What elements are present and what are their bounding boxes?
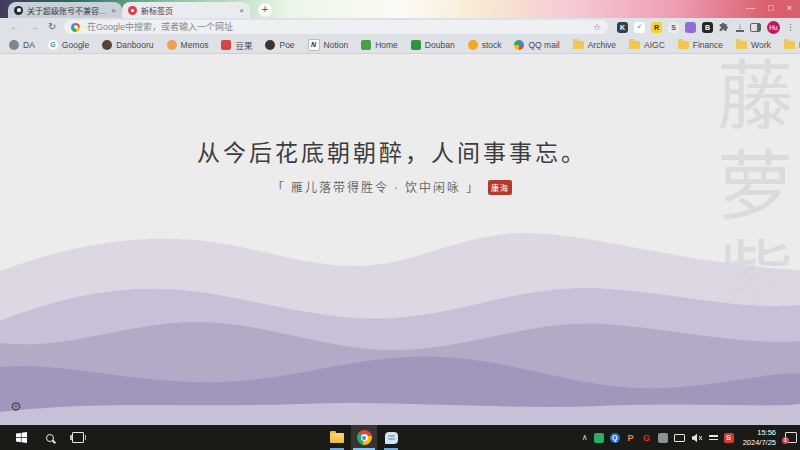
bookmark-item[interactable]: QQ mail	[514, 40, 559, 50]
douguo-icon	[221, 40, 231, 50]
back-icon[interactable]: ←	[10, 21, 20, 33]
sogou-tray-icon[interactable]: S	[724, 433, 734, 443]
bookmark-item[interactable]: DA	[9, 40, 35, 50]
google-logo-icon	[71, 23, 80, 32]
side-panel-icon[interactable]	[750, 23, 761, 32]
misc-tray-icon[interactable]	[658, 433, 668, 443]
screen: — □ × 关于超级账号不兼容问题 | (阿里云·水) × 新标签页 × + ←…	[0, 0, 800, 450]
home-icon	[361, 40, 371, 50]
potplayer-tray-icon[interactable]: P	[626, 433, 636, 443]
volume-muted-icon[interactable]	[691, 433, 703, 443]
globe-icon	[9, 40, 19, 50]
tab-new-tab[interactable]: 新标签页 ×	[122, 2, 250, 18]
task-view-icon	[72, 432, 84, 443]
reload-icon[interactable]: ↻	[48, 21, 56, 33]
extension-icon[interactable]: ✓	[634, 22, 645, 33]
danbooru-icon	[102, 40, 112, 50]
bookmark-folder[interactable]: AIGC	[629, 40, 665, 50]
time-text: 15:56	[757, 428, 776, 438]
bookmark-folder[interactable]: Finance	[678, 40, 723, 50]
bookmark-item[interactable]: Home	[361, 40, 398, 50]
bookmark-folder[interactable]: Work	[736, 40, 771, 50]
folder-icon	[678, 41, 689, 49]
bookmark-item[interactable]: Memos	[167, 40, 209, 50]
task-view-button[interactable]	[66, 425, 90, 450]
chrome-taskbar-button[interactable]	[351, 425, 377, 450]
folder-icon	[573, 41, 584, 49]
new-tab-button[interactable]: +	[258, 3, 272, 17]
close-button[interactable]: ×	[787, 3, 792, 13]
github-favicon-icon	[14, 6, 23, 15]
stock-icon	[468, 40, 478, 50]
bookmark-item[interactable]: Danbooru	[102, 40, 153, 50]
bookmark-item[interactable]: GGoogle	[48, 40, 89, 50]
system-tray: ∧ Q P G S 15:56 2024/7/25 1	[582, 425, 797, 450]
extension-icon[interactable]: B	[702, 22, 713, 33]
profile-avatar[interactable]: Hu	[767, 21, 780, 34]
folder-icon	[784, 41, 795, 49]
extension-icon[interactable]	[685, 22, 696, 33]
ime-indicator-icon[interactable]	[709, 435, 718, 440]
taskbar: ∧ Q P G S 15:56 2024/7/25 1	[0, 425, 800, 450]
taskbar-clock[interactable]: 15:56 2024/7/25	[743, 428, 776, 448]
messaging-app-icon	[385, 432, 398, 444]
memos-icon	[167, 40, 177, 50]
search-icon	[46, 434, 54, 442]
tray-expand-chevron-icon[interactable]: ∧	[582, 434, 588, 442]
bookmarks-bar: DA GGoogle Danbooru Memos 豆果 Poe NNotion…	[0, 36, 800, 54]
folder-icon	[736, 41, 747, 49]
start-button[interactable]	[8, 425, 34, 450]
extension-icon[interactable]: R	[651, 22, 662, 33]
douban-icon	[411, 40, 421, 50]
tab-title: 关于超级账号不兼容问题 | (阿里云·水)	[27, 5, 107, 16]
g-app-tray-icon[interactable]: G	[642, 433, 652, 443]
extensions-puzzle-icon[interactable]	[719, 22, 730, 33]
poem-source: 「 雁儿落带得胜令 · 饮中闲咏 」康海	[0, 178, 784, 196]
restore-button[interactable]: □	[768, 3, 773, 13]
poem-line: 从今后花底朝朝醉，人间事事忘。	[0, 134, 784, 168]
bookmark-folder[interactable]: Archive	[573, 40, 616, 50]
bookmark-item[interactable]: stock	[468, 40, 502, 50]
tab-title: 新标签页	[141, 5, 235, 16]
toolbar-right-icons: K ✓ R S B ↓ Hu ⋮	[617, 20, 795, 34]
folder-icon	[629, 41, 640, 49]
quark-tray-icon[interactable]: Q	[610, 433, 620, 443]
browser-toolbar: ← → ↻ ☆ K ✓ R S B ↓ Hu ⋮	[0, 18, 800, 36]
action-center-icon[interactable]: 1	[785, 432, 797, 443]
chrome-menu-icon[interactable]: ⋮	[786, 22, 795, 32]
wechat-tray-icon[interactable]	[594, 433, 604, 443]
taskbar-search-button[interactable]	[38, 425, 62, 450]
qqmail-icon	[514, 40, 524, 50]
address-input[interactable]	[85, 21, 588, 33]
tab-github[interactable]: 关于超级账号不兼容问题 | (阿里云·水) ×	[8, 2, 122, 18]
messaging-app-taskbar-button[interactable]	[378, 425, 404, 450]
extension-icon[interactable]: S	[668, 22, 679, 33]
notification-badge: 1	[782, 437, 789, 444]
extension-icon[interactable]: K	[617, 22, 628, 33]
new-tab-page: 藤萝紫 从今后花底朝朝醉，人间事事忘。 「 雁儿落带得胜令 · 饮中闲咏 」康海…	[0, 54, 800, 425]
bookmark-star-icon[interactable]: ☆	[593, 22, 601, 32]
author-seal-badge[interactable]: 康海	[488, 180, 512, 195]
bookmark-folder[interactable]: Inbox	[784, 40, 800, 50]
minimize-button[interactable]: —	[746, 3, 755, 13]
downloads-icon[interactable]: ↓	[736, 23, 744, 32]
file-explorer-taskbar-button[interactable]	[324, 425, 350, 450]
bookmark-item[interactable]: Douban	[411, 40, 455, 50]
bookmark-item[interactable]: Poe	[265, 40, 294, 50]
tab-close-icon[interactable]: ×	[111, 6, 116, 15]
bookmark-item[interactable]: NNotion	[308, 39, 349, 51]
bookmark-item[interactable]: 豆果	[221, 39, 252, 51]
omnibox[interactable]: ☆	[64, 20, 608, 34]
tab-strip: 关于超级账号不兼容问题 | (阿里云·水) × 新标签页 × +	[8, 2, 272, 18]
windows-logo-icon	[16, 432, 27, 443]
folder-icon	[330, 433, 344, 443]
date-text: 2024/7/25	[743, 438, 776, 448]
forward-icon[interactable]: →	[29, 21, 39, 33]
notion-icon: N	[308, 39, 320, 51]
poe-icon	[265, 40, 275, 50]
google-icon: G	[48, 40, 58, 50]
page-settings-gear-icon[interactable]: ⚙	[10, 400, 22, 413]
window-controls: — □ ×	[746, 3, 792, 13]
network-monitor-icon[interactable]	[674, 434, 685, 442]
tab-close-icon[interactable]: ×	[239, 6, 244, 15]
